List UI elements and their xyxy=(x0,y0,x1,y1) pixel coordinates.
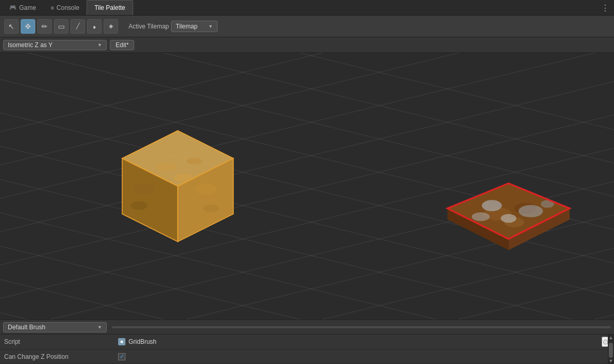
can-change-value: ✓ xyxy=(118,353,125,360)
canvas-container[interactable] xyxy=(0,53,614,319)
toolbar: ↖ ✥ ✏ ▭ ╱ ⬧ ◈ Active Tilemap Tilemap xyxy=(0,16,614,37)
svg-point-36 xyxy=(203,205,219,212)
can-change-position-row: Can Change Z Position ✓ xyxy=(0,350,614,364)
fill-tool-button[interactable]: ◈ xyxy=(104,19,118,34)
tab-bar: 🎮 Game ≡ Console Tile Palette ⋮ xyxy=(0,0,614,16)
brush-row: Default Brush xyxy=(0,320,614,334)
tab-tile-palette-label: Tile Palette xyxy=(94,4,125,11)
tab-console-label: Console xyxy=(56,4,79,11)
properties-area: Script ■ GridBrush ⊙ Can Change Z Positi… xyxy=(0,334,614,364)
script-value-container: ■ GridBrush xyxy=(118,338,156,345)
main-layout: ↖ ✥ ✏ ▭ ╱ ⬧ ◈ Active Tilemap Tilemap Iso… xyxy=(0,16,614,364)
svg-point-45 xyxy=(519,205,543,217)
can-change-label: Can Change Z Position xyxy=(4,353,118,360)
script-icon: ■ xyxy=(118,338,125,345)
script-value: GridBrush xyxy=(128,338,156,345)
select-tool-button[interactable]: ↖ xyxy=(4,19,19,34)
palette-dropdown[interactable]: Isometric Z as Y xyxy=(3,40,107,50)
svg-point-46 xyxy=(501,214,516,223)
tab-game-label: Game xyxy=(19,4,36,11)
picker-tool-button[interactable]: ╱ xyxy=(70,19,85,34)
progress-bar xyxy=(112,326,611,328)
brush-value: Default Brush xyxy=(8,324,46,331)
script-label: Script xyxy=(4,338,118,345)
svg-point-29 xyxy=(156,162,177,171)
svg-point-30 xyxy=(187,158,202,165)
script-property-row: Script ■ GridBrush ⊙ xyxy=(0,334,614,350)
isometric-grid xyxy=(0,53,614,319)
game-icon: 🎮 xyxy=(9,4,17,11)
erase-tool-button[interactable]: ⬧ xyxy=(87,19,102,34)
tab-game[interactable]: 🎮 Game xyxy=(2,0,44,15)
tilemap-dropdown[interactable]: Tilemap xyxy=(171,21,218,32)
scroll-down-arrow[interactable]: ▼ xyxy=(608,358,614,364)
can-change-checkbox[interactable]: ✓ xyxy=(118,353,125,360)
active-tilemap-label: Active Tilemap xyxy=(128,23,169,30)
palette-row: Isometric Z as Y Edit* xyxy=(0,37,614,53)
scroll-up-arrow[interactable]: ▲ xyxy=(608,334,614,341)
paint-tool-button[interactable]: ✏ xyxy=(37,19,52,34)
svg-point-47 xyxy=(472,212,490,221)
palette-value: Isometric Z as Y xyxy=(8,41,52,49)
move-tool-button[interactable]: ✥ xyxy=(21,19,35,34)
tab-tile-palette[interactable]: Tile Palette xyxy=(87,0,133,15)
console-icon: ≡ xyxy=(51,5,54,11)
svg-point-35 xyxy=(194,183,217,194)
bottom-panel: Default Brush Script ■ GridBrush ⊙ Can C… xyxy=(0,319,614,364)
svg-point-44 xyxy=(482,200,502,211)
tab-console[interactable]: ≡ Console xyxy=(44,0,87,15)
tilemap-value: Tilemap xyxy=(176,23,197,30)
brush-dropdown[interactable]: Default Brush xyxy=(3,322,107,332)
properties-scrollbar[interactable]: ▲ ▼ xyxy=(608,334,614,364)
rect-tool-button[interactable]: ▭ xyxy=(54,19,68,34)
svg-rect-2 xyxy=(0,53,614,319)
edit-button[interactable]: Edit* xyxy=(110,40,134,50)
svg-point-34 xyxy=(131,201,147,210)
svg-point-33 xyxy=(133,183,155,194)
scroll-thumb[interactable] xyxy=(609,343,613,358)
tab-more-button[interactable]: ⋮ xyxy=(601,3,610,12)
